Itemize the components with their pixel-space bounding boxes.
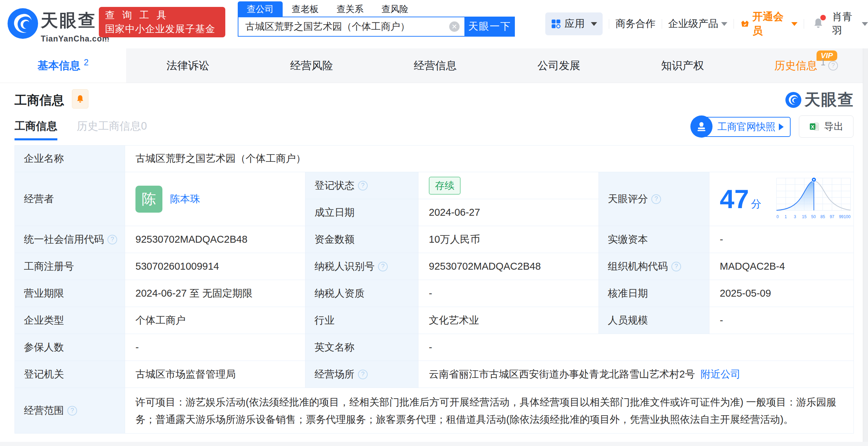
tab-ip-label: 知识产权 <box>661 58 704 73</box>
insured-label: 参保人数 <box>15 334 125 361</box>
svg-text:99: 99 <box>839 214 843 219</box>
help-icon[interactable]: ? <box>107 235 117 244</box>
term-label: 营业期限 <box>15 280 125 307</box>
search-input[interactable] <box>238 17 449 36</box>
tab-operating-label: 经营信息 <box>414 58 457 73</box>
watermark-logo-icon <box>785 92 802 108</box>
tab-basic-count: 2 <box>84 57 89 67</box>
operator-avatar[interactable]: 陈 <box>135 186 162 213</box>
help-icon[interactable]: ? <box>358 181 368 191</box>
staff-label: 人员规模 <box>599 307 709 334</box>
tianyancha-logo-icon[interactable] <box>7 8 39 39</box>
score-value: 47 分 0 <box>709 172 854 226</box>
search-tab-company[interactable]: 查公司 <box>238 1 283 17</box>
nearby-companies-link[interactable]: 附近公司 <box>700 368 740 381</box>
subtab-business-info[interactable]: 工商信息 <box>15 119 57 140</box>
section-title: 工商信息 <box>15 92 64 109</box>
slogan-line1: 都 在 用 的 商 业 查 询 工 具 <box>105 0 219 22</box>
score-label: 天眼评分? <box>599 172 709 226</box>
orgcode-value: MADQAC2B-4 <box>709 253 854 280</box>
divider <box>734 19 734 29</box>
term-value: 2024-06-27 至 无固定期限 <box>125 280 305 307</box>
official-snapshot-button[interactable]: 工商官网快照 <box>700 117 791 137</box>
svg-text:100: 100 <box>843 214 850 219</box>
search-box: ✕ 天眼一下 <box>238 17 515 37</box>
svg-text:50: 50 <box>811 214 816 219</box>
subtabs: 工商信息 历史工商信息0 <box>15 119 147 140</box>
tab-history-label: 历史信息 <box>774 58 817 73</box>
tab-risk[interactable]: 经营风险 <box>250 48 374 83</box>
help-icon[interactable]: ? <box>828 61 838 71</box>
enterprise-menu[interactable]: 企业级产品 <box>668 17 718 31</box>
help-icon[interactable]: ? <box>358 370 368 379</box>
help-icon[interactable]: ? <box>378 262 388 271</box>
capital-label: 资金数额 <box>305 226 418 253</box>
footer-strip <box>0 442 868 446</box>
tab-operating[interactable]: 经营信息 <box>374 48 497 83</box>
help-icon[interactable]: ? <box>671 262 681 271</box>
username[interactable]: 肖青羽 <box>832 10 859 38</box>
capital-value: 10万人民币 <box>418 226 599 253</box>
notifications-button[interactable] <box>812 17 824 31</box>
export-button[interactable]: X 导出 <box>799 115 853 138</box>
paidin-label: 实缴资本 <box>599 226 709 253</box>
score-number: 47 <box>720 186 749 212</box>
clear-search-icon[interactable]: ✕ <box>449 21 460 32</box>
apps-label: 应用 <box>565 17 585 31</box>
svg-text:3: 3 <box>794 214 796 219</box>
help-icon[interactable]: ? <box>67 406 77 416</box>
membership-label: 开通会员 <box>752 10 788 38</box>
scope-label: 经营范围? <box>15 388 125 434</box>
authority-value: 古城区市场监督管理局 <box>125 361 305 388</box>
tab-basic-label: 基本信息 <box>38 58 81 73</box>
search-tab-relation[interactable]: 查关系 <box>328 1 372 17</box>
authority-label: 登记机关 <box>15 361 125 388</box>
tab-history-count: 1 <box>821 57 825 67</box>
subtab-history-info[interactable]: 历史工商信息0 <box>77 119 147 140</box>
uscc-label: 统一社会信用代码? <box>15 226 125 253</box>
membership-menu[interactable]: 开通会员 <box>740 10 798 38</box>
header: 天眼查 TianYanCha.com 都 在 用 的 商 业 查 询 工 具 国… <box>0 0 868 48</box>
search-area: 查公司 查老板 查关系 查风险 ✕ 天眼一下 <box>238 1 515 37</box>
tab-basic-info[interactable]: 基本信息 2 <box>0 48 126 83</box>
paidin-value: - <box>709 226 854 253</box>
taxqual-label: 纳税人资质 <box>305 280 418 307</box>
uscc-value: 92530702MADQAC2B48 <box>125 226 305 253</box>
subscribe-bell-button[interactable] <box>72 89 88 109</box>
score-unit: 分 <box>751 197 762 211</box>
svg-text:97: 97 <box>830 214 834 219</box>
premises-label: 经营场所? <box>305 361 418 388</box>
stamp-icon <box>690 115 713 138</box>
tab-ip[interactable]: 知识产权 <box>621 48 744 83</box>
search-button[interactable]: 天眼一下 <box>464 17 515 37</box>
engname-value: - <box>418 334 854 361</box>
user-caret-icon <box>862 22 868 26</box>
industry-label: 行业 <box>305 307 418 334</box>
operator-name-link[interactable]: 陈本珠 <box>170 192 200 206</box>
export-label: 导出 <box>824 120 843 133</box>
svg-text:85: 85 <box>820 214 825 219</box>
tab-history[interactable]: VIP 历史信息 1 ? <box>744 48 868 83</box>
membership-caret-icon <box>791 22 798 26</box>
taxid-value: 92530702MADQAC2B48 <box>418 253 599 280</box>
notification-dot <box>820 15 826 20</box>
orgcode-label: 组织机构代码? <box>599 253 709 280</box>
tab-legal[interactable]: 法律诉讼 <box>126 48 250 83</box>
reg-status-value: 存续 <box>418 172 599 199</box>
operator-value: 陈 陈本珠 <box>125 172 305 226</box>
help-icon[interactable]: ? <box>651 194 661 204</box>
vip-badge: VIP <box>817 50 837 61</box>
apps-grid-icon <box>551 19 561 29</box>
enterprise-caret-icon <box>721 22 727 26</box>
excel-icon: X <box>809 121 820 132</box>
cooperation-link[interactable]: 商务合作 <box>615 17 655 31</box>
apps-menu[interactable]: 应用 <box>545 12 603 35</box>
tab-development[interactable]: 公司发展 <box>497 48 621 83</box>
watermark-text: 天眼查 <box>804 89 854 111</box>
divider <box>662 19 662 29</box>
scrollbar[interactable] <box>863 48 868 446</box>
search-tab-boss[interactable]: 查老板 <box>283 1 328 17</box>
apps-caret-icon <box>591 22 597 26</box>
divider <box>804 19 804 29</box>
search-tab-risk[interactable]: 查风险 <box>372 1 417 17</box>
